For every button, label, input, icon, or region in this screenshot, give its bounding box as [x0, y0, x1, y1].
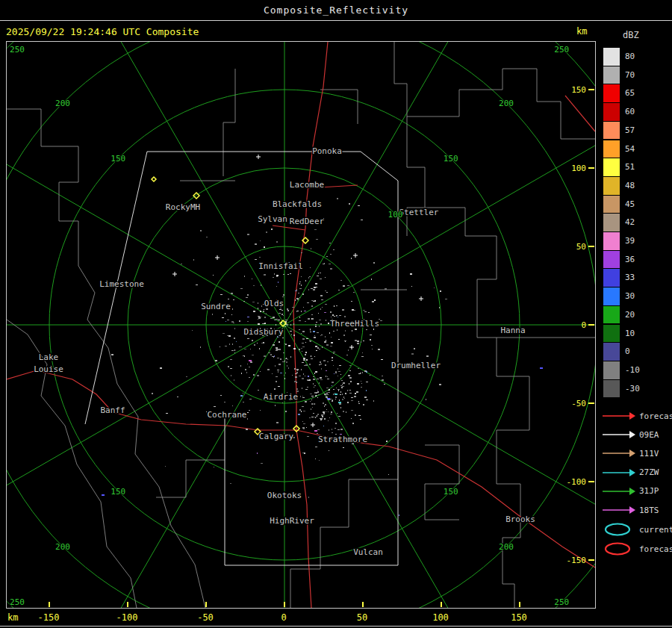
colorbar-value-label: 0	[625, 346, 630, 356]
city-label-threehills: ThreeHills	[330, 319, 379, 329]
colorbar-swatch-57	[603, 122, 620, 140]
legend-arrow-27ZW: 27ZW	[602, 466, 659, 479]
colorbar-value-label: 42	[625, 217, 635, 227]
colorbar-value-label: -10	[625, 365, 640, 375]
ring-label-250-nw: 250	[10, 45, 25, 55]
ring-label-250-ne: 250	[554, 45, 569, 55]
arrow-icon	[602, 487, 636, 496]
colorbar-value-label: -30	[625, 384, 640, 394]
colorbar-value-label: 45	[625, 199, 635, 209]
boundary-line	[425, 208, 529, 608]
map-speck	[249, 360, 252, 361]
right-tick-label: 150	[571, 85, 586, 95]
right-tick-label: -50	[571, 399, 586, 408]
ring-label-200-se: 200	[499, 542, 514, 552]
site-diamond-icon	[152, 177, 156, 181]
colorbar-swatch-39	[603, 232, 620, 250]
legend-arrow-09EA: 09EA	[602, 428, 659, 441]
bottom-tick-label: 150	[511, 612, 527, 623]
colorbar-swatch-70	[603, 66, 620, 84]
timestamp-label: 2025/09/22 19:24:46 UTC Composite	[6, 26, 199, 37]
coverage-sector-outline	[85, 152, 398, 565]
reflectivity-echoes	[111, 198, 447, 516]
colorbar-value-label: 10	[625, 329, 635, 338]
bottom-tick-label: -50	[197, 612, 214, 623]
legend-label: 31JP	[639, 486, 659, 496]
city-label-sundre: Sundre	[201, 302, 231, 311]
boundary-line	[78, 266, 205, 608]
city-label-banff: Banff	[100, 405, 125, 415]
city-label-louise: Louise	[34, 364, 63, 374]
ring-label-150-nw: 150	[111, 154, 125, 164]
colorbar-value-label: 70	[625, 70, 635, 80]
legend-label: 18TS	[639, 506, 659, 515]
boundary-line	[7, 109, 78, 266]
ring-label-150-sw: 150	[111, 487, 125, 497]
sector-line	[85, 152, 398, 565]
legend-label: forecast	[639, 544, 672, 554]
colorbar-swatch-60	[603, 103, 620, 121]
km-unit-top-right: km	[576, 26, 587, 37]
map-speck	[338, 402, 341, 403]
colorbar-swatch-48	[603, 177, 620, 195]
radar-map[interactable]: PonokaLacombeBlackfaldsSylvanRedDeerRock…	[6, 41, 596, 609]
city-label-ponoka: Ponoka	[312, 146, 342, 156]
city-label-lake: Lake	[39, 352, 59, 362]
right-tick-label: 0	[581, 320, 586, 330]
ring-label-150-ne: 150	[444, 154, 458, 164]
bottom-tick-label: 100	[432, 612, 449, 623]
bottom-separator	[0, 626, 672, 627]
boundary-line	[223, 69, 235, 176]
boundary-line	[425, 445, 459, 520]
map-speck	[540, 367, 543, 369]
colorbar-swatch-10	[603, 325, 620, 343]
colorbar-swatch-30	[603, 287, 620, 305]
colorbar-value-label: 54	[625, 144, 635, 154]
boundary-line	[156, 460, 225, 497]
city-label-lacombe: Lacombe	[290, 180, 324, 190]
colorbar-value-label: 48	[625, 181, 635, 190]
radar-map-canvas[interactable]: PonokaLacombeBlackfaldsSylvanRedDeerRock…	[7, 42, 595, 608]
legend-label: 09EA	[639, 430, 659, 440]
legend-ellipse-current: current	[602, 523, 672, 536]
ring-label-200-ne: 200	[499, 99, 514, 108]
right-tick-label: 50	[576, 242, 586, 252]
right-tick-label: -100	[567, 477, 587, 487]
legend-label: 111V	[639, 449, 659, 458]
boundary-line	[320, 90, 358, 124]
ring-label-150-se: 150	[444, 487, 458, 497]
ring-label-200-sw: 200	[55, 542, 70, 552]
legend-arrow-forecast: forecast	[602, 409, 672, 423]
city-label-blackfalds: Blackfalds	[273, 199, 322, 209]
colorbar-swatch-20	[603, 306, 620, 324]
titlebar: Composite_Reflectivity	[0, 0, 672, 21]
colorbar-swatch--30	[603, 380, 620, 398]
legend-label: 27ZW	[639, 467, 659, 477]
city-label-highriver: HighRiver	[270, 516, 314, 526]
ring-label-250-sw: 250	[10, 597, 25, 607]
colorbar-swatch-42	[603, 214, 620, 231]
boundary-line	[7, 320, 137, 608]
bottom-tick-label: 0	[281, 612, 286, 623]
bottom-tick-label: 50	[357, 612, 367, 623]
colorbar-swatch-36	[603, 251, 620, 269]
city-label-okotoks: Okotoks	[267, 491, 302, 500]
arrow-icon	[602, 468, 636, 477]
colorbar-value-label: 65	[625, 88, 635, 98]
range-radial	[7, 101, 284, 325]
arrow-icon	[602, 449, 636, 458]
city-label-vulcan: Vulcan	[353, 547, 383, 557]
arrow-icon	[602, 430, 636, 439]
marker-legend: forecast09EA111V27ZW31JP18TScurrentforec…	[602, 403, 672, 605]
legend-label: forecast	[639, 411, 672, 421]
city-label-didsbury: Didsbury	[244, 327, 284, 337]
city-label-hanna: Hanna	[500, 326, 525, 335]
city-label-cochrane: Cochrane	[208, 410, 247, 420]
city-label-sylvan: Sylvan	[258, 214, 287, 224]
range-radial	[60, 42, 284, 325]
colorbar-swatch-51	[603, 158, 620, 176]
colorbar-swatch--10	[603, 361, 620, 379]
colorbar-swatch-0	[603, 343, 620, 361]
right-tick-label: 100	[571, 164, 586, 173]
ellipse-icon	[602, 522, 636, 537]
